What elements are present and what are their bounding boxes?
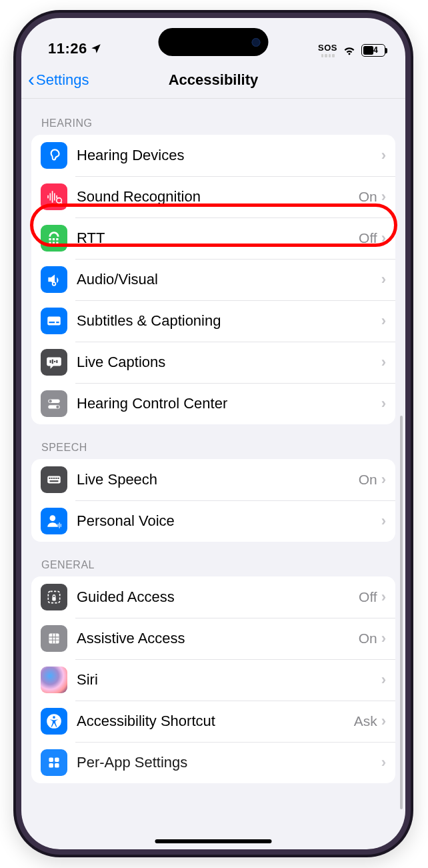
chevron-right-icon: › <box>381 312 386 330</box>
svg-rect-21 <box>50 480 59 482</box>
row-hearing-control-center[interactable]: Hearing Control Center › <box>31 383 395 424</box>
row-personal-voice[interactable]: Personal Voice › <box>31 500 395 542</box>
svg-rect-7 <box>50 360 51 363</box>
wifi-icon <box>342 43 357 57</box>
dynamic-island <box>159 28 269 56</box>
row-label: Live Speech <box>77 471 359 488</box>
person-voice-icon <box>41 508 67 534</box>
row-live-captions[interactable]: Live Captions › <box>31 342 395 383</box>
location-icon <box>90 43 102 55</box>
row-per-app-settings[interactable]: Per-App Settings › <box>31 742 395 783</box>
toggles-icon <box>41 390 67 417</box>
svg-rect-17 <box>51 478 53 479</box>
chevron-right-icon: › <box>381 713 386 730</box>
svg-rect-16 <box>49 478 50 479</box>
svg-point-3 <box>53 283 55 285</box>
siri-icon <box>41 667 67 693</box>
row-sound-recognition[interactable]: Sound Recognition On › <box>31 176 395 218</box>
keyboard-wave-icon <box>41 466 67 493</box>
svg-rect-15 <box>47 476 61 484</box>
row-value: On <box>359 189 377 205</box>
row-audio-visual[interactable]: Audio/Visual › <box>31 259 395 300</box>
row-rtt[interactable]: RTT Off › <box>31 218 395 259</box>
lock-frame-icon <box>41 584 67 610</box>
section-header-general: GENERAL <box>21 542 405 576</box>
grid-icon <box>41 625 67 652</box>
row-label: Personal Voice <box>77 512 381 530</box>
svg-rect-24 <box>52 597 55 600</box>
status-right: SOS 44 <box>318 43 385 57</box>
section-speech: Live Speech On › Personal Voice › <box>31 459 395 542</box>
svg-point-31 <box>53 716 55 719</box>
svg-rect-35 <box>55 763 59 768</box>
svg-rect-33 <box>55 757 59 762</box>
svg-rect-20 <box>57 478 59 479</box>
row-value: Ask <box>354 713 377 729</box>
back-button[interactable]: ‹ Settings <box>28 71 89 89</box>
svg-rect-32 <box>49 757 53 762</box>
content-scroll[interactable]: HEARING Hearing Devices › Sound Recogn <box>21 99 405 849</box>
chevron-right-icon: › <box>381 588 386 606</box>
svg-rect-25 <box>49 633 59 643</box>
svg-point-14 <box>56 406 59 408</box>
chevron-right-icon: › <box>381 230 386 247</box>
apps-icon <box>41 749 67 776</box>
row-assistive-access[interactable]: Assistive Access On › <box>31 618 395 659</box>
section-hearing: Hearing Devices › Sound Recognition On › <box>31 135 395 424</box>
svg-point-12 <box>49 400 51 402</box>
chevron-right-icon: › <box>381 354 386 371</box>
home-indicator[interactable] <box>155 839 272 843</box>
sos-indicator: SOS <box>318 43 337 57</box>
row-value: On <box>359 630 377 646</box>
svg-rect-19 <box>55 478 57 479</box>
ear-icon <box>41 142 67 169</box>
svg-rect-9 <box>54 361 55 362</box>
screen: 11:26 SOS 44 <box>21 18 405 849</box>
svg-rect-34 <box>49 763 53 768</box>
svg-line-1 <box>61 202 62 203</box>
row-hearing-devices[interactable]: Hearing Devices › <box>31 135 395 176</box>
battery-icon: 44 <box>361 44 385 57</box>
row-label: Accessibility Shortcut <box>77 713 354 730</box>
section-header-hearing: HEARING <box>21 99 405 135</box>
row-label: Per-App Settings <box>77 754 381 771</box>
row-label: Hearing Devices <box>77 147 381 164</box>
row-label: Subtitles & Captioning <box>77 312 381 330</box>
chevron-right-icon: › <box>381 147 386 164</box>
row-accessibility-shortcut[interactable]: Accessibility Shortcut Ask › <box>31 701 395 742</box>
svg-rect-10 <box>56 360 57 363</box>
section-general: Guided Access Off › Assistive Access On … <box>31 576 395 783</box>
accessibility-icon <box>41 708 67 735</box>
svg-rect-6 <box>56 322 59 323</box>
row-label: Audio/Visual <box>77 271 381 288</box>
svg-point-0 <box>57 198 62 203</box>
chevron-right-icon: › <box>381 471 386 488</box>
phone-tty-icon <box>41 225 67 252</box>
chevron-left-icon: ‹ <box>28 69 35 89</box>
row-label: Siri <box>77 671 381 689</box>
row-siri[interactable]: Siri › <box>31 659 395 701</box>
row-value: On <box>359 472 377 488</box>
front-camera <box>252 38 261 47</box>
row-guided-access[interactable]: Guided Access Off › <box>31 576 395 618</box>
row-subtitles-captioning[interactable]: Subtitles & Captioning › <box>31 300 395 342</box>
row-label: Live Captions <box>77 354 381 371</box>
svg-rect-5 <box>49 322 55 323</box>
chevron-right-icon: › <box>381 395 386 412</box>
svg-rect-4 <box>47 317 61 326</box>
row-live-speech[interactable]: Live Speech On › <box>31 459 395 500</box>
row-value: Off <box>359 589 377 605</box>
status-time: 11:26 <box>48 40 87 57</box>
row-value: Off <box>359 230 377 246</box>
row-label: Assistive Access <box>77 630 359 647</box>
chevron-right-icon: › <box>381 271 386 288</box>
scrollbar[interactable] <box>400 416 403 809</box>
svg-rect-8 <box>52 360 53 364</box>
nav-bar: ‹ Settings Accessibility <box>21 61 405 99</box>
svg-point-22 <box>50 515 56 521</box>
chevron-right-icon: › <box>381 512 386 530</box>
row-label: Guided Access <box>77 588 359 606</box>
status-left: 11:26 <box>48 40 102 57</box>
sound-wave-icon <box>41 183 67 210</box>
page-title: Accessibility <box>169 71 259 89</box>
